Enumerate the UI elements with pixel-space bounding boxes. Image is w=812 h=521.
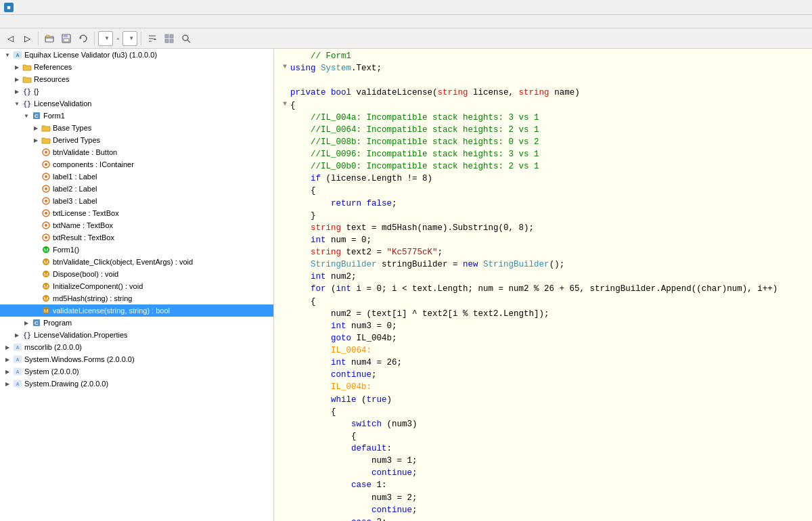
tree-toggle-label1 [31,172,41,181]
tree-item-equihax[interactable]: ▼AEquihax License Validator (fu3) (1.0.0… [0,49,273,61]
code-line-26: continue; [274,369,812,381]
svg-point-33 [45,224,47,227]
tree-toggle-winforms[interactable]: ▶ [3,355,12,364]
tree-item-txtname[interactable]: txtName : TextBox [0,219,273,231]
line-marker-1[interactable]: ▼ [279,62,290,72]
tree-item-licenseprops[interactable]: ▶{}LicenseValidation.Properties [0,329,273,341]
tree-toggle-form1class[interactable]: ▼ [22,111,31,120]
code-line-35: case 1: [274,479,812,491]
tree-item-txtlicense[interactable]: txtLicense : TextBox [0,207,273,219]
tree-item-md5hash[interactable]: Mmd5Hash(string) : string [0,292,273,304]
menu-file[interactable] [3,15,14,28]
tree-toggle-program[interactable]: ▶ [22,318,31,327]
tree-item-btnvalidateclick[interactable]: MbtnValidate_Click(object, EventArgs) : … [0,256,273,268]
tree-toggle-system[interactable]: ▶ [3,367,12,376]
tree-icon-validatelicense: M [41,305,51,316]
tree-item-references[interactable]: ▶References [0,61,273,73]
refresh-button[interactable] [76,31,91,46]
tree-item-mscorlib[interactable]: ▶Amscorlib (2.0.0.0) [0,341,273,353]
tree-toggle-references[interactable]: ▶ [12,62,22,72]
code-line-8: //IL_0096: Incompatible stack heights: 3… [274,148,812,160]
tree-toggle-mscorlib[interactable]: ▶ [3,342,12,352]
tree-toggle-licenseprops[interactable]: ▶ [12,330,22,340]
tree-toggle-dispose [31,269,41,279]
tree-item-components[interactable]: components : IContainer [0,158,273,171]
svg-marker-9 [154,38,156,40]
version-selector[interactable]: ▼ [122,31,137,46]
save-button[interactable] [59,31,74,46]
svg-text:A: A [16,382,19,386]
tree-toggle-form1ctor [31,245,41,254]
tree-icon-btnvalidate [41,147,51,158]
open-button[interactable] [42,31,57,46]
tree-toggle-licensevalidation[interactable]: ▼ [12,99,22,108]
tree-icon-initializecomponent: M [41,281,51,292]
code-content-30: switch (num3) [290,418,807,430]
tree-icon-winforms: A [12,354,23,365]
tree-item-initializecomponent[interactable]: MInitializeComponent() : void [0,280,273,292]
svg-point-27 [45,187,47,190]
tree-item-winforms[interactable]: ▶ASystem.Windows.Forms (2.0.0.0) [0,353,273,365]
tree-label-components: components : IContainer [53,160,134,168]
code-content-29: { [290,406,807,418]
tree-label-md5hash: md5Hash(string) : string [53,294,132,302]
sep-dot: ▪ [116,34,119,43]
line-marker-4[interactable]: ▼ [279,99,290,110]
tree-toggle-drawing[interactable]: ▶ [3,379,12,388]
code-content-8: //IL_0096: Incompatible stack heights: 3… [290,148,807,160]
tree-item-licensevalidation[interactable]: ▼{}LicenseValidation [0,97,273,110]
tree-item-braces1[interactable]: ▶{}{} [0,85,273,97]
tree-item-resources[interactable]: ▶Resources [0,73,273,85]
tree-container: ▼AEquihax License Validator (fu3) (1.0.0… [0,49,273,390]
tree-icon-braces1: {} [22,86,32,97]
tree-toggle-basetypes[interactable]: ▶ [31,123,41,133]
tree-toggle-equihax[interactable]: ▼ [3,50,12,60]
tree-item-basetypes[interactable]: ▶Base Types [0,122,273,134]
tree-item-label1[interactable]: label1 : Label [0,171,273,183]
svg-text:M: M [44,247,49,253]
back-button[interactable]: ◁ [3,31,18,46]
code-content-4: { [290,99,807,112]
menu-help[interactable] [24,15,35,28]
tree-toggle-resources[interactable]: ▶ [12,74,22,84]
tree-item-btnvalidate[interactable]: btnValidate : Button [0,146,273,158]
language-selector[interactable]: ▼ [98,31,113,46]
code-content-23: goto IL_004b; [290,332,807,344]
sort-button[interactable] [145,31,160,46]
tree-icon-system: A [12,366,23,377]
search-button[interactable] [179,31,194,46]
tree-item-validatelicense[interactable]: MvalidateLicense(string, string) : bool [0,304,273,317]
sep2 [94,32,95,45]
code-content-34: continue; [290,467,807,479]
tree-icon-equihax: A [12,49,23,60]
tree-item-system[interactable]: ▶ASystem (2.0.0.0) [0,365,273,378]
tree-label-drawing: System.Drawing (2.0.0.0) [24,380,108,388]
code-content-3: private bool validateLicense(string lice… [290,87,807,99]
tree-item-label2[interactable]: label2 : Label [0,183,273,195]
code-content-31: { [290,430,807,443]
tree-toggle-braces1[interactable]: ▶ [12,87,22,96]
menu-view[interactable] [14,15,24,28]
code-content-32: default: [290,443,807,455]
tree-item-txtresult[interactable]: txtResult : TextBox [0,231,273,244]
tree-item-dispose[interactable]: MDispose(bool) : void [0,268,273,280]
svg-rect-4 [64,39,69,42]
tree-icon-licenseprops: {} [22,330,32,340]
svg-rect-12 [165,39,168,43]
tree-label-txtlicense: txtLicense : TextBox [53,209,119,217]
svg-point-14 [183,35,188,41]
tree-toggle-derivedtypes[interactable]: ▶ [31,135,41,145]
tree-item-form1ctor[interactable]: MForm1() [0,244,273,256]
tree-item-derivedtypes[interactable]: ▶Derived Types [0,134,273,146]
code-content-18: int num2; [290,271,807,283]
tree-item-program[interactable]: ▶CProgram [0,317,273,329]
forward-button[interactable]: ▷ [20,31,35,46]
code-content-5: //IL_004a: Incompatible stack heights: 3… [290,112,807,124]
tree-item-form1class[interactable]: ▼CForm1 [0,110,273,122]
toolbar: ◁ ▷ ▼ ▪ ▼ [0,28,812,49]
tree-item-label3[interactable]: label3 : Label [0,195,273,207]
code-content-24: IL_0064: [290,344,807,357]
code-line-14: string text = md5Hash(name).Substring(0,… [274,222,812,234]
tree-item-drawing[interactable]: ▶ASystem.Drawing (2.0.0.0) [0,378,273,390]
view-button[interactable] [162,31,177,46]
